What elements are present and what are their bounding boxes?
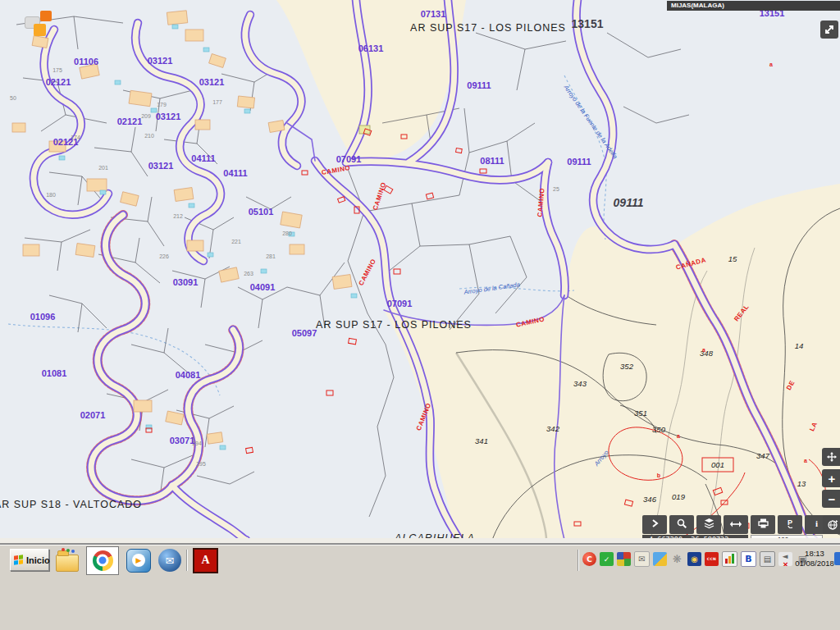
zone-code: 05097 <box>292 328 317 338</box>
chrome-frame <box>86 546 119 575</box>
quick-launch-divider <box>186 550 188 571</box>
municipality-bar: MIJAS(MALAGA) <box>667 1 840 11</box>
tray-vpn-client-icon[interactable]: ❋ <box>670 552 684 566</box>
parcel-number: 209 <box>141 113 151 119</box>
zone-code: 07091 <box>336 154 362 164</box>
file-manager-icon <box>56 555 79 572</box>
clock-date: 01/08/2018 <box>791 559 838 568</box>
quick-launch-acrobat-reader[interactable]: A <box>193 548 218 573</box>
sector-title: AR SUP S18 - VALTOCADO <box>0 499 142 510</box>
rural-parcel-number: 343 <box>573 379 587 388</box>
parcel-number: 50 <box>10 95 16 101</box>
sector-title: AR SUP S17 - LOS PILONES <box>410 22 566 34</box>
rural-parcel-number: 342 <box>546 424 560 433</box>
street-marker-button[interactable]: P <box>778 515 802 534</box>
tray-ccn-tool-icon[interactable]: CCN <box>705 552 719 566</box>
red-letter: a <box>677 433 680 439</box>
tray-display-color-icon[interactable] <box>617 552 631 566</box>
zone-code: 01106 <box>74 57 98 66</box>
media-player-icon: ▶ <box>126 549 151 573</box>
quick-launch-thunderbird[interactable]: ✉ <box>158 549 181 572</box>
zoom-search-icon <box>676 518 687 532</box>
windows-logo-icon <box>14 555 23 565</box>
taskbar-clock[interactable]: 18:13 01/08/2018 <box>791 549 838 568</box>
tray-printer-queue-icon[interactable]: ▤ <box>760 551 775 567</box>
parcel-number: 179 <box>157 102 167 107</box>
pan-mode-button[interactable] <box>822 448 840 466</box>
quick-launch-file-manager[interactable] <box>56 549 79 572</box>
expand-icon <box>824 24 835 35</box>
polygon-number: 09111 <box>614 196 644 209</box>
zoom-search-button[interactable] <box>669 515 694 534</box>
tray-wireless-signal-icon[interactable]: ◉ <box>687 552 701 566</box>
zone-code: 06131 <box>358 43 384 53</box>
start-button[interactable]: Inicio <box>10 549 49 571</box>
zone-code: 03121 <box>148 161 174 171</box>
tray-usage-monitor-icon[interactable] <box>722 551 737 567</box>
zone-code: 03121 <box>148 56 173 66</box>
overview-globe-button[interactable] <box>823 515 840 534</box>
svg-text:P: P <box>788 518 792 527</box>
tray-mail-notifier-icon[interactable]: ✉ <box>634 551 650 567</box>
parcel-number: 295 <box>196 461 206 467</box>
zone-code: 01096 <box>30 312 56 322</box>
pan-arrows-icon <box>826 451 838 463</box>
red-letter: a <box>804 458 807 463</box>
parcel-number: 210 <box>144 133 154 139</box>
polygon-number: 13151 <box>572 17 604 30</box>
parcel-number: 175 <box>52 67 62 73</box>
quick-launch: ▶✉A <box>56 547 218 573</box>
tray-paint-tool-icon[interactable] <box>653 552 667 566</box>
boxed-parcel-number: 001 <box>711 460 724 469</box>
tray-bluetooth-icon[interactable]: B <box>741 551 756 567</box>
window-bottom-strip <box>0 538 840 545</box>
taskbar: Inicio ▶✉A C✓✉❋◉CCNB▤◄×▣ 18:13 01/08/201… <box>0 545 840 630</box>
parcel-number: 263 <box>244 271 253 276</box>
zone-code: 09111 <box>467 80 491 90</box>
zone-code: 02121 <box>53 137 79 147</box>
zone-code: 03071 <box>170 436 195 445</box>
quick-launch-chrome[interactable] <box>86 546 119 575</box>
zone-code: 08111 <box>480 156 504 166</box>
system-tray: C✓✉❋◉CCNB▤◄×▣ <box>582 551 810 567</box>
desktop-screen: 5017517417717918020120921021222122626328… <box>0 0 840 630</box>
zone-code: 04091 <box>250 282 276 292</box>
print-button[interactable] <box>751 515 775 534</box>
sector-title: AR SUP S17 - LOS PILONES <box>316 319 472 331</box>
rural-parcel-number: 351 <box>634 409 647 418</box>
street-marker-icon: P <box>785 518 796 532</box>
zone-code: 09111 <box>567 157 591 167</box>
zone-code: 02121 <box>46 77 71 87</box>
zone-code: 05101 <box>249 207 274 217</box>
rural-parcel-number: 350 <box>652 425 666 434</box>
rural-parcel-number: 019 <box>672 492 686 501</box>
tray-security-suite-icon[interactable]: C <box>582 552 596 566</box>
expand-map-button[interactable] <box>820 21 838 39</box>
zoom-in-button[interactable]: + <box>822 469 840 487</box>
measure-button[interactable] <box>724 515 748 534</box>
red-letter: a <box>769 62 773 67</box>
taskbar-edge-icon[interactable] <box>834 552 840 565</box>
parcel-number: 25 <box>553 186 559 192</box>
taskbar-divider <box>578 550 579 571</box>
zone-code: 01081 <box>42 368 67 378</box>
parcel-number: 226 <box>159 253 169 259</box>
rural-parcel-number: 346 <box>643 495 657 504</box>
zoom-out-button[interactable]: − <box>822 490 840 508</box>
zone-code: 03091 <box>173 277 199 287</box>
thunderbird-icon: ✉ <box>158 549 181 572</box>
globe-icon <box>826 518 839 532</box>
acrobat-reader-icon: A <box>193 548 218 573</box>
parcel-number: 180 <box>46 192 56 198</box>
zone-code: 07131 <box>421 9 446 19</box>
parcel-number: 177 <box>212 99 222 105</box>
pan-chevron-button[interactable] <box>642 515 667 534</box>
zone-code: 03121 <box>199 77 225 87</box>
quick-launch-media-player[interactable]: ▶ <box>126 549 151 573</box>
svg-text:i: i <box>815 518 818 528</box>
tray-antivirus-update-icon[interactable]: ✓ <box>600 552 614 566</box>
map-toolbar: Pi <box>642 515 829 534</box>
pan-chevron-icon <box>649 518 660 532</box>
cadastral-map[interactable]: 5017517417717918020120921021222122626328… <box>0 0 840 540</box>
layers-button[interactable] <box>696 515 721 534</box>
